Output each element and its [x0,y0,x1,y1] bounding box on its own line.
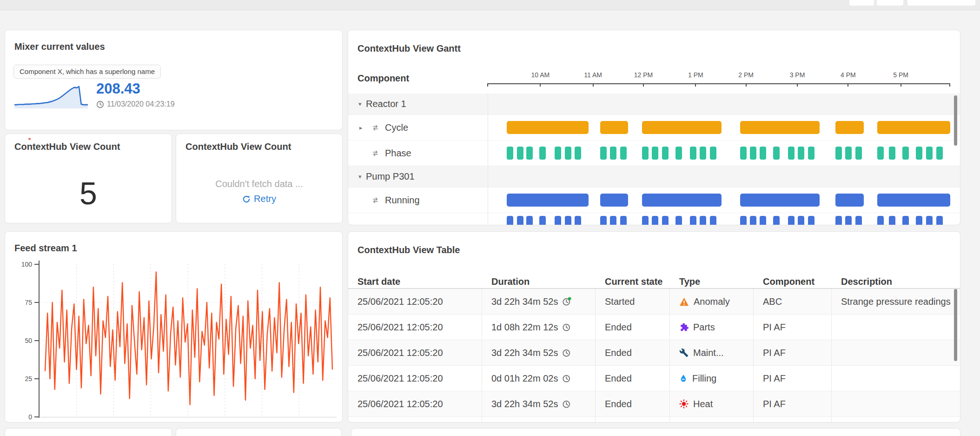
gantt-bar[interactable] [507,216,513,225]
gantt-bar[interactable] [902,216,909,225]
gantt-bar[interactable] [526,147,533,160]
gantt-bar[interactable] [555,216,561,225]
gantt-bar[interactable] [760,147,766,160]
expand-caret-icon[interactable]: ▸ [359,124,367,131]
gantt-bar[interactable] [700,147,706,160]
gantt-bar[interactable] [642,216,649,225]
gantt-bar[interactable] [835,147,842,160]
gantt-bar[interactable] [889,147,895,160]
gantt-bar[interactable] [845,216,852,225]
gantt-bar[interactable] [877,121,950,134]
gantt-bar[interactable] [788,147,795,160]
gantt-row[interactable]: ▾Reactor 1 [348,94,960,115]
gantt-bar[interactable] [835,121,864,134]
gantt-bar[interactable] [565,216,571,225]
table-row[interactable]: 25/06/2021 12:05:201d 08h 22m 12sEndedPa… [348,315,960,340]
column-header-duration[interactable]: Duration [491,276,530,287]
gantt-bar[interactable] [610,216,616,225]
gantt-bar[interactable] [936,147,943,160]
gantt-bar[interactable] [675,147,682,160]
gantt-bar[interactable] [773,147,780,160]
table-row[interactable]: 25/06/2021 12:05:203d 22h 34m 52sEndedHe… [348,391,960,417]
column-header-description[interactable]: Description [841,276,892,287]
gantt-row[interactable]: ▾Pump P301 [348,166,960,188]
gantt-bar[interactable] [740,216,747,225]
gantt-bar[interactable] [600,147,607,160]
gantt-row[interactable]: ▸Cycle [348,115,960,141]
gantt-bar[interactable] [600,121,629,134]
gantt-bar[interactable] [845,147,852,160]
gantt-bar[interactable] [507,194,589,207]
gantt-bar[interactable] [926,147,933,160]
gantt-bar[interactable] [675,216,682,225]
gantt-bar[interactable] [710,216,716,225]
gantt-bar[interactable] [690,216,696,225]
gantt-bar[interactable] [855,216,862,225]
gantt-bar[interactable] [773,216,780,225]
gantt-bar[interactable] [600,194,629,207]
gantt-bar[interactable] [642,121,722,134]
gantt-bar[interactable] [788,216,795,225]
gantt-bar[interactable] [507,121,589,134]
gantt-bar[interactable] [690,147,696,160]
gantt-row[interactable] [348,213,960,221]
gantt-bar[interactable] [610,147,616,160]
gantt-bar[interactable] [750,147,756,160]
table-row[interactable]: 25/06/2021 12:05:203d 22h 34m 52sStarted… [348,289,960,315]
gantt-bar[interactable] [902,147,909,160]
toolbar-button[interactable] [877,0,903,6]
gantt-bar[interactable] [600,216,607,225]
gantt-bar[interactable] [916,216,922,225]
toolbar-button[interactable] [849,0,874,6]
gantt-bar[interactable] [642,147,649,160]
column-header-type[interactable]: Type [679,276,700,287]
gantt-bar[interactable] [539,147,546,160]
column-header-component[interactable]: Component [763,276,814,287]
gantt-bar[interactable] [926,216,933,225]
gantt-bar[interactable] [575,147,581,160]
gantt-bar[interactable] [798,147,804,160]
gantt-bar[interactable] [798,216,804,225]
gantt-bar[interactable] [507,147,513,160]
gantt-row[interactable]: Running [348,188,960,213]
gantt-bar[interactable] [652,216,658,225]
gantt-bar[interactable] [808,216,814,225]
gantt-bar[interactable] [517,216,523,225]
gantt-bar[interactable] [877,194,950,207]
gantt-bar[interactable] [835,194,864,207]
gantt-bar[interactable] [555,147,561,160]
gantt-bar[interactable] [620,216,627,225]
collapse-caret-icon[interactable]: ▾ [358,101,366,107]
column-header-start-date[interactable]: Start date [358,276,400,287]
gantt-bar[interactable] [620,147,627,160]
gantt-bar[interactable] [889,216,895,225]
gantt-bar[interactable] [642,194,722,207]
gantt-bar[interactable] [740,194,820,207]
gantt-bar[interactable] [877,216,884,225]
gantt-bar[interactable] [740,147,747,160]
gantt-bar[interactable] [539,216,546,225]
gantt-bar[interactable] [740,121,820,134]
gantt-bar[interactable] [808,147,814,160]
gantt-bar[interactable] [936,216,943,225]
gantt-bar[interactable] [877,147,884,160]
table-row[interactable]: 25/06/2021 12:05:200d 01h 22m 02sEndedFi… [348,366,960,391]
gantt-bar[interactable] [750,216,756,225]
table-row[interactable]: 25/06/2021 12:05:201d 08h 22m 12sEndedPa… [348,417,960,423]
retry-button[interactable]: Retry [176,194,342,204]
table-vertical-scrollbar[interactable] [954,289,957,361]
gantt-bar[interactable] [916,147,922,160]
gantt-bar[interactable] [710,147,716,160]
gantt-bar[interactable] [652,147,658,160]
table-row[interactable]: 25/06/2021 12:05:203d 22h 34m 52sEndedMa… [348,340,960,366]
toolbar-button[interactable] [907,0,975,6]
gantt-bar[interactable] [565,147,571,160]
gantt-bar[interactable] [517,147,523,160]
gantt-row[interactable]: Phase [348,141,960,166]
gantt-bar[interactable] [575,216,581,225]
column-header-current-state[interactable]: Current state [605,276,662,287]
gantt-bar[interactable] [662,147,669,160]
gantt-bar[interactable] [855,147,862,160]
gantt-bar[interactable] [700,216,706,225]
gantt-bar[interactable] [526,216,533,225]
